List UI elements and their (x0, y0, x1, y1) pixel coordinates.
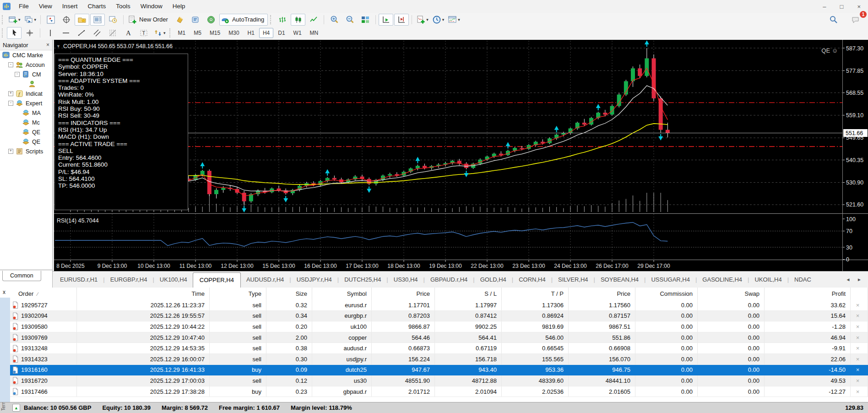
expand-icon[interactable]: + (8, 91, 13, 96)
column-header-symbol[interactable]: Symbol (312, 288, 372, 300)
column-header-sl[interactable]: S / L (435, 288, 502, 300)
navigator-item-qe[interactable]: QE (0, 127, 52, 137)
strategy-tester-button[interactable] (106, 14, 120, 26)
column-header-swap[interactable]: Swap (698, 288, 765, 300)
chart-tab-audusd-r-h4[interactable]: AUDUSD.r,H4 (241, 272, 289, 287)
zoom-out-button[interactable] (342, 14, 357, 26)
column-header-order[interactable]: Order∕ (10, 288, 77, 300)
chart-tab-gasoline-h4[interactable]: GASOLINE,H4 (697, 272, 748, 287)
timeframe-m30[interactable]: M30 (225, 28, 243, 38)
chart-tab-usdjpy-r-h4[interactable]: USDJPY.r,H4 (291, 272, 337, 287)
chart-shift-button[interactable] (394, 14, 409, 26)
close-button[interactable]: × (857, 3, 861, 10)
text-tool-button[interactable]: A (121, 27, 136, 39)
chart-tab-gold-h4[interactable]: GOLD,H4 (475, 272, 512, 287)
order-row-19295727[interactable]: 192957272025.12.26 11:23:37sell0.32eurus… (10, 300, 868, 311)
column-header-profit[interactable]: Profit (765, 288, 851, 300)
chart-tab-copper-h4[interactable]: COPPER,H4 (193, 272, 241, 288)
order-row-19313248[interactable]: 193132482025.12.29 14:53:35sell0.38audus… (10, 343, 868, 354)
navigator-item-cmc-marke[interactable]: CMC Marke (0, 50, 52, 60)
data-window-button[interactable] (59, 14, 74, 26)
arrows-tool-button[interactable]: ▾ (152, 27, 167, 39)
column-header-price2[interactable]: Price (569, 288, 635, 300)
community-button[interactable] (204, 14, 218, 26)
chart-window[interactable]: 551.66587.30577.85568.55559.10549.65540.… (54, 40, 868, 271)
navigator-item-accoun[interactable]: -Accoun (0, 60, 52, 70)
navigator-item-indicat[interactable]: +fIndicat (0, 89, 52, 98)
navigator-item-mc[interactable]: Mc (0, 118, 52, 127)
close-order-button[interactable]: × (851, 354, 868, 365)
expand-icon[interactable]: + (8, 149, 13, 154)
autotrading-button[interactable]: AutoTrading (219, 14, 268, 26)
order-row-19302094[interactable]: 193020942025.12.26 19:55:57sell0.34eurgb… (10, 311, 868, 322)
collapse-icon[interactable]: - (15, 72, 20, 77)
chart-tab-corn-h4[interactable]: CORN,H4 (513, 272, 551, 287)
chart-tab-eurgbp-r-h4[interactable]: EURGBP.r,H4 (105, 272, 153, 287)
templates-button[interactable]: ▾ (446, 14, 461, 26)
periods-button[interactable]: ▾ (431, 14, 446, 26)
column-header-commission[interactable]: Commission (635, 288, 698, 300)
column-header-size[interactable]: Size (266, 288, 312, 300)
order-row-19309580[interactable]: 193095802025.12.29 10:44:22sell0.20uk100… (10, 321, 868, 332)
chart-tab-uk100-h4[interactable]: UK100,H4 (154, 272, 193, 287)
cursor-tool-button[interactable] (7, 27, 22, 39)
terminal-close-icon[interactable]: x (3, 289, 5, 295)
profiles-button[interactable]: ▾ (23, 14, 38, 26)
menu-view[interactable]: View (34, 0, 57, 13)
navigator-item-qe[interactable]: QE (0, 137, 52, 147)
timeframe-d1[interactable]: D1 (274, 28, 288, 38)
close-order-button[interactable]: × (851, 332, 868, 343)
market-watch-button[interactable] (43, 14, 58, 26)
navigator-close-icon[interactable]: × (46, 42, 49, 48)
chart-tab-silver-h4[interactable]: SILVER,H4 (553, 272, 594, 287)
navigator-item-cm[interactable]: -CM (0, 70, 52, 79)
history-center-button[interactable] (173, 14, 187, 26)
order-row-19309769[interactable]: 193097692025.12.29 10:47:40sell2.00coppe… (10, 332, 868, 343)
close-order-button[interactable]: × (851, 343, 868, 354)
close-order-button[interactable]: × (851, 321, 868, 332)
horizontal-line-tool-button[interactable] (59, 27, 73, 39)
bar-chart-button[interactable] (275, 14, 290, 26)
menu-window[interactable]: Window (136, 0, 168, 13)
chart-tab-eurusd-r-h1[interactable]: EURUSD.r,H1 (54, 272, 103, 287)
navigator-item-ma[interactable]: MA (0, 108, 52, 118)
menu-insert[interactable]: Insert (57, 0, 83, 13)
close-order-button[interactable]: × (851, 311, 868, 322)
order-row-19316720[interactable]: 193167202025.12.29 17:00:03sell0.12us304… (10, 375, 868, 386)
trendline-tool-button[interactable] (74, 27, 89, 39)
column-header-time[interactable]: Time (77, 288, 210, 300)
tab-common[interactable]: Common (2, 271, 41, 281)
column-header-tp[interactable]: T / P (502, 288, 569, 300)
minimize-button[interactable]: – (823, 3, 826, 10)
line-chart-button[interactable] (306, 14, 321, 26)
zoom-in-button[interactable] (327, 14, 342, 26)
timeframe-h1[interactable]: H1 (244, 28, 258, 38)
close-order-button[interactable]: × (851, 365, 868, 376)
channel-tool-button[interactable] (90, 27, 104, 39)
navigator-item-person[interactable] (0, 79, 52, 89)
new-order-button[interactable]: New Order (126, 14, 172, 26)
order-row-19317466[interactable]: 193174662025.12.29 17:38:28buy0.23gbpaud… (10, 386, 868, 397)
order-row-19314323[interactable]: 193143232025.12.29 16:00:07sell0.30usdjp… (10, 354, 868, 365)
terminal-vertical-tab[interactable]: Terminal (0, 402, 8, 413)
menu-tools[interactable]: Tools (111, 0, 136, 13)
timeframe-h4[interactable]: H4 (259, 28, 273, 38)
order-row-19316160[interactable]: 193161602025.12.29 16:41:33buy0.09dutch2… (10, 365, 868, 376)
vertical-line-tool-button[interactable] (43, 27, 58, 39)
tab-scroll-arrows[interactable]: ◄ ► (846, 277, 868, 282)
terminal-button[interactable] (90, 14, 105, 26)
close-order-button[interactable]: × (851, 386, 868, 397)
search-icon[interactable] (826, 14, 841, 26)
menu-file[interactable]: File (14, 0, 34, 13)
collapse-icon[interactable]: - (8, 62, 13, 67)
crosshair-tool-button[interactable] (22, 27, 37, 39)
timeframe-m1[interactable]: M1 (174, 28, 190, 38)
text-label-tool-button[interactable]: T (136, 27, 151, 39)
collapse-icon[interactable]: - (8, 101, 13, 106)
column-header-price[interactable]: Price (372, 288, 435, 300)
chart-tab-ndac[interactable]: NDAC (789, 272, 817, 287)
timeframe-w1[interactable]: W1 (290, 28, 305, 38)
one-click-trading-icon[interactable]: ▼ (56, 44, 60, 49)
close-order-button[interactable]: × (851, 375, 868, 386)
new-chart-button[interactable]: ▾ (7, 14, 22, 26)
